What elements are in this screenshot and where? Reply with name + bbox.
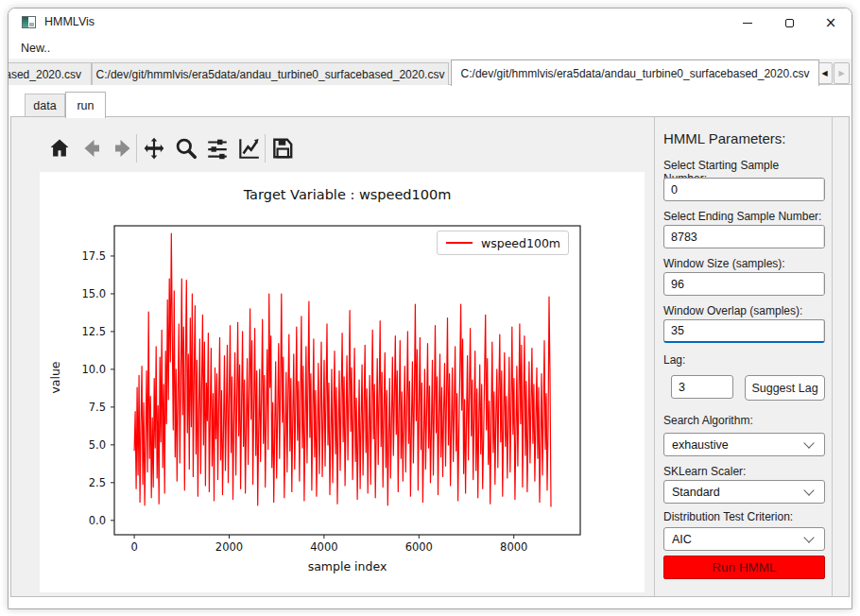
- y-axis-label: value: [48, 340, 62, 416]
- menu-bar: New..: [9, 37, 851, 59]
- lag-spinbox: [671, 375, 733, 399]
- window-overlap-input[interactable]: [664, 320, 823, 341]
- chart-legend: wspeed100m: [437, 231, 569, 255]
- back-icon[interactable]: [79, 136, 104, 161]
- file-tab-3-selected[interactable]: C:/dev/git/hmmlvis/era5data/andau_turbin…: [451, 60, 819, 86]
- spin-up-icon: [824, 323, 825, 328]
- close-icon: ×: [825, 16, 837, 30]
- spin-down-icon: [824, 193, 825, 197]
- close-button[interactable]: ×: [810, 9, 851, 37]
- save-icon[interactable]: [270, 136, 295, 161]
- svg-text:0: 0: [130, 540, 137, 554]
- sklearn-scaler-value: Standard: [664, 486, 805, 499]
- spin-up-icon: [824, 181, 825, 186]
- plot-canvas[interactable]: 020004000600080000.02.55.07.510.012.515.…: [114, 226, 580, 535]
- svg-text:2000: 2000: [215, 540, 243, 554]
- svg-text:4000: 4000: [310, 540, 337, 554]
- x-axis-label: sample index: [114, 559, 580, 573]
- run-hmml-button[interactable]: Run HMML: [663, 556, 825, 579]
- start-sample-input[interactable]: [664, 179, 823, 200]
- spin-down-icon: [824, 334, 825, 338]
- legend-line-swatch: [446, 242, 473, 244]
- search-algorithm-combobox[interactable]: exhaustive: [663, 433, 825, 456]
- spin-down-button[interactable]: [824, 331, 825, 341]
- window-size-input[interactable]: [664, 273, 823, 295]
- run-tab-page: Target Variable : wspeed100m value 02000…: [10, 116, 850, 597]
- svg-text:8000: 8000: [500, 540, 527, 554]
- tab-scroll-right-button[interactable]: ▶: [834, 62, 850, 84]
- lag-input[interactable]: [672, 376, 733, 398]
- params-heading: HMML Parameters:: [663, 130, 825, 146]
- tab-data[interactable]: data: [25, 94, 65, 117]
- chevron-down-icon: [803, 485, 814, 495]
- minimize-icon: [743, 23, 752, 24]
- window-overlap-label: Window Overlap (samples):: [663, 304, 825, 317]
- customize-plot-icon[interactable]: [236, 136, 261, 161]
- suggest-lag-button[interactable]: Suggest Lag: [745, 375, 825, 401]
- end-sample-spinbox: [663, 225, 825, 248]
- spin-down-button[interactable]: [824, 284, 825, 296]
- scroll-right-icon: ▶: [838, 69, 844, 77]
- file-tab-1[interactable]: ased_2020.csv: [8, 62, 92, 85]
- sklearn-scaler-combobox[interactable]: Standard: [663, 480, 825, 504]
- svg-text:6000: 6000: [405, 540, 433, 554]
- chart-title: Target Variable : wspeed100m: [114, 187, 580, 202]
- spin-up-icon: [824, 276, 825, 281]
- screen: HMMLVis × New.. ased_2020.csv C:/dev/git…: [0, 0, 860, 616]
- minimize-button[interactable]: [727, 9, 768, 37]
- title-bar[interactable]: HMMLVis ×: [9, 9, 851, 37]
- criterion-label: Distribution Test Criterion:: [663, 510, 825, 523]
- spin-up-button[interactable]: [824, 320, 825, 331]
- search-algorithm-label: Search Algorithm:: [663, 414, 825, 427]
- spin-up-button[interactable]: [824, 273, 825, 284]
- end-sample-input[interactable]: [664, 226, 823, 248]
- window-title: HMMLVis: [44, 15, 95, 28]
- file-tab-bar: ased_2020.csv C:/dev/git/hmmlvis/era5dat…: [9, 59, 851, 85]
- legend-label: wspeed100m: [481, 236, 560, 250]
- svg-text:7.5: 7.5: [89, 401, 106, 414]
- zoom-icon[interactable]: [174, 136, 198, 161]
- svg-text:17.5: 17.5: [81, 249, 106, 263]
- home-icon[interactable]: [47, 136, 72, 161]
- spin-down-icon: [824, 287, 825, 292]
- plot-figure: Target Variable : wspeed100m value 02000…: [40, 172, 645, 592]
- window-overlap-spinbox: [663, 319, 825, 343]
- toolbar-separator: [265, 134, 266, 163]
- spin-up-button[interactable]: [824, 226, 825, 237]
- spin-down-icon: [824, 240, 825, 245]
- svg-text:5.0: 5.0: [89, 438, 106, 452]
- app-icon: [22, 16, 36, 28]
- file-tab-2[interactable]: C:/dev/git/hmmlvis/era5data/andau_turbin…: [92, 62, 449, 85]
- scroll-left-icon: ◀: [821, 69, 827, 77]
- app-window: HMMLVis × New.. ased_2020.csv C:/dev/git…: [8, 8, 852, 609]
- window-size-label: Window Size (samples):: [663, 257, 825, 270]
- plot-toolbar: [11, 117, 652, 170]
- maximize-button[interactable]: [768, 9, 810, 37]
- start-sample-spinbox: [663, 178, 825, 201]
- forward-icon[interactable]: [111, 136, 135, 161]
- sklearn-scaler-label: SKLearn Scaler:: [663, 465, 825, 478]
- svg-text:15.0: 15.0: [81, 287, 106, 300]
- maximize-icon: [785, 19, 794, 27]
- view-tab-bar: data run: [9, 92, 851, 116]
- svg-text:10.0: 10.0: [81, 363, 106, 376]
- end-sample-label: Select Ending Sample Number:: [663, 210, 825, 223]
- svg-text:2.5: 2.5: [89, 476, 106, 489]
- subplots-icon[interactable]: [205, 136, 230, 161]
- chevron-down-icon: [803, 437, 814, 448]
- toolbar-separator: [136, 134, 137, 163]
- lag-label: Lag:: [663, 353, 825, 367]
- spin-down-button[interactable]: [824, 190, 825, 201]
- spin-up-icon: [824, 229, 825, 233]
- criterion-combobox[interactable]: AIC: [663, 527, 825, 551]
- window-size-spinbox: [663, 272, 825, 296]
- chevron-down-icon: [803, 532, 814, 542]
- criterion-value: AIC: [664, 533, 805, 546]
- spin-down-button[interactable]: [824, 237, 825, 248]
- tab-run[interactable]: run: [65, 92, 106, 118]
- hmml-parameters-panel: HMML Parameters: Select Starting Sample …: [654, 117, 833, 596]
- svg-text:0.0: 0.0: [89, 514, 106, 527]
- menu-item-new[interactable]: New..: [15, 40, 56, 57]
- spin-up-button[interactable]: [824, 179, 825, 190]
- pan-icon[interactable]: [142, 136, 166, 161]
